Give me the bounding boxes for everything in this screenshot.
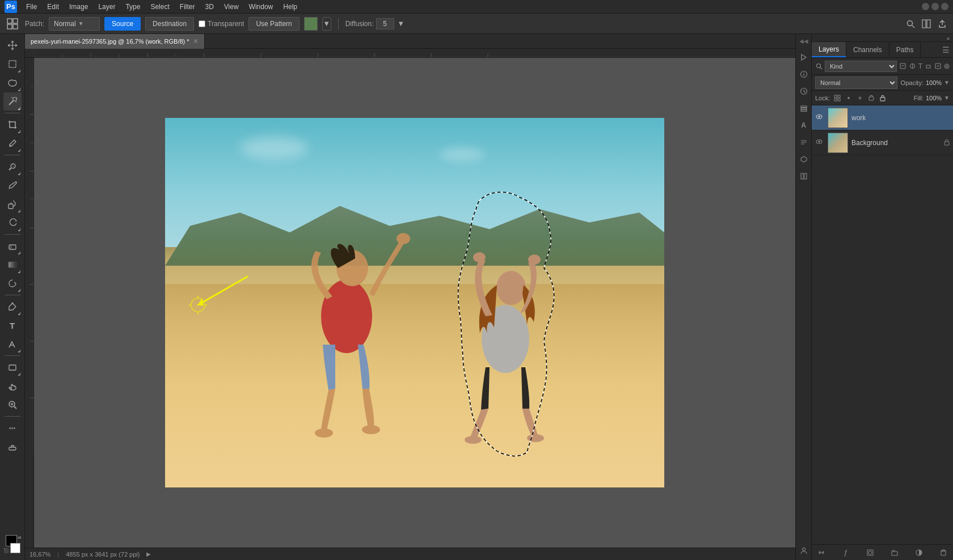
paths-tab[interactable]: Paths bbox=[889, 42, 921, 57]
menu-edit[interactable]: Edit bbox=[43, 2, 64, 12]
transparent-checkbox[interactable]: Transparent bbox=[199, 20, 244, 28]
menu-help[interactable]: Help bbox=[279, 2, 302, 12]
diffusion-input[interactable] bbox=[376, 18, 394, 29]
filter-adjust-icon[interactable] bbox=[909, 62, 916, 70]
filter-shape-icon[interactable] bbox=[925, 62, 932, 70]
menu-window[interactable]: Window bbox=[244, 2, 278, 12]
delete-layer-button[interactable] bbox=[937, 546, 950, 559]
hand-tool[interactable] bbox=[3, 377, 22, 395]
use-pattern-button[interactable]: Use Pattern bbox=[248, 17, 299, 31]
create-group-button[interactable] bbox=[888, 546, 901, 559]
eyedropper-tool[interactable]: ▾ bbox=[3, 134, 22, 152]
gradient-tool[interactable]: ▾ bbox=[3, 256, 22, 274]
lock-transparent-icon[interactable] bbox=[833, 94, 841, 102]
status-arrow[interactable]: ▶ bbox=[146, 551, 151, 557]
svg-rect-95 bbox=[880, 97, 885, 101]
document-canvas[interactable] bbox=[165, 118, 664, 487]
default-colors-icon[interactable]: ⬛ bbox=[3, 548, 9, 553]
fill-value[interactable]: 100% bbox=[926, 95, 942, 101]
crop-tool[interactable]: ▾ bbox=[3, 116, 22, 134]
blend-mode-select[interactable]: Normal bbox=[815, 77, 897, 89]
panel-3d-icon[interactable] bbox=[798, 153, 810, 166]
link-layers-button[interactable] bbox=[815, 546, 828, 559]
fill-dropdown-icon[interactable]: ▼ bbox=[944, 95, 950, 101]
create-adjustment-button[interactable] bbox=[913, 546, 925, 559]
normal-dropdown[interactable]: Normal ▼ bbox=[49, 17, 100, 31]
panel-info-icon[interactable] bbox=[798, 68, 810, 80]
healing-tool[interactable]: ▾ bbox=[3, 158, 22, 176]
pattern-dropdown-icon[interactable]: ▼ bbox=[322, 17, 331, 31]
filter-toggle-circle[interactable] bbox=[944, 63, 950, 69]
zoom-tool[interactable] bbox=[3, 396, 22, 414]
document-tab[interactable]: pexels-yuri-manei-2597365.jpg @ 16,7% (w… bbox=[25, 34, 205, 49]
menu-file[interactable]: File bbox=[22, 2, 41, 12]
collapse-panel-icon[interactable]: ▲ bbox=[946, 35, 951, 41]
lock-position-icon[interactable] bbox=[856, 94, 864, 102]
layers-tab[interactable]: Layers bbox=[812, 42, 846, 57]
opacity-value[interactable]: 100% bbox=[926, 79, 942, 86]
marquee-tool[interactable]: ▾ bbox=[3, 55, 22, 73]
swap-colors-icon[interactable]: ⇄ bbox=[18, 535, 22, 540]
source-button[interactable]: Source bbox=[104, 17, 141, 31]
menu-filter[interactable]: Filter bbox=[175, 2, 200, 12]
layer-visibility-background[interactable] bbox=[815, 138, 824, 147]
clone-stamp-tool[interactable]: ▾ bbox=[3, 195, 22, 213]
maximize-button[interactable] bbox=[931, 3, 939, 10]
lock-all-icon[interactable] bbox=[879, 94, 887, 102]
panel-layers-small-icon[interactable] bbox=[798, 102, 810, 114]
panel-para-icon[interactable] bbox=[798, 136, 810, 149]
pattern-swatch[interactable] bbox=[304, 17, 318, 31]
close-tab-icon[interactable]: ✕ bbox=[193, 37, 199, 45]
hand-tool-bottom[interactable] bbox=[3, 438, 22, 456]
minimize-button[interactable] bbox=[922, 3, 929, 10]
text-tool[interactable]: T bbox=[3, 316, 22, 334]
eraser-tool[interactable]: ▾ bbox=[3, 237, 22, 255]
background-color[interactable] bbox=[10, 543, 20, 553]
lasso-tool[interactable]: ▾ bbox=[3, 74, 22, 92]
panel-libraries-icon[interactable] bbox=[798, 170, 810, 183]
add-style-button[interactable]: ƒ bbox=[840, 546, 852, 559]
canvas-area[interactable] bbox=[34, 58, 795, 548]
history-brush-tool[interactable]: ▾ bbox=[3, 214, 22, 232]
panel-adjust-icon[interactable] bbox=[798, 85, 810, 97]
share-icon[interactable] bbox=[936, 18, 948, 30]
move-tool[interactable] bbox=[3, 36, 22, 54]
panel-people-icon[interactable] bbox=[798, 544, 810, 557]
pen-tool[interactable]: ▾ bbox=[3, 298, 22, 316]
filter-smart-icon[interactable] bbox=[934, 62, 942, 70]
more-tools[interactable]: ••• bbox=[3, 419, 22, 437]
magic-wand-tool[interactable]: ▾ bbox=[3, 92, 22, 111]
menu-select[interactable]: Select bbox=[146, 2, 174, 12]
layer-visibility-work[interactable] bbox=[815, 113, 824, 122]
svg-point-57 bbox=[362, 425, 380, 434]
kind-select[interactable]: Kind bbox=[825, 61, 897, 72]
layer-item-work[interactable]: work bbox=[812, 105, 953, 130]
lock-artboard-icon[interactable] bbox=[867, 94, 875, 102]
layer-item-background[interactable]: Background bbox=[812, 130, 953, 155]
filter-text-icon[interactable]: T bbox=[918, 62, 922, 70]
collapse-panels-icon[interactable]: ◀◀ bbox=[799, 38, 808, 44]
panel-play-icon[interactable] bbox=[798, 51, 810, 63]
filter-pixel-icon[interactable] bbox=[899, 62, 906, 70]
add-mask-button[interactable] bbox=[864, 546, 876, 559]
search-top-icon[interactable] bbox=[904, 18, 917, 30]
transparent-input[interactable] bbox=[199, 20, 205, 27]
opacity-dropdown-icon[interactable]: ▼ bbox=[944, 79, 950, 86]
menu-view[interactable]: View bbox=[220, 2, 243, 12]
menu-type[interactable]: Type bbox=[121, 2, 145, 12]
brush-tool[interactable] bbox=[3, 176, 22, 194]
panel-type-icon[interactable]: A bbox=[798, 119, 810, 131]
destination-button[interactable]: Destination bbox=[145, 17, 194, 31]
close-button[interactable] bbox=[941, 3, 948, 10]
shape-tool[interactable]: ▾ bbox=[3, 358, 22, 376]
diffusion-dropdown-icon[interactable]: ▼ bbox=[397, 17, 406, 31]
blur-tool[interactable]: ▾ bbox=[3, 274, 22, 292]
menu-3d[interactable]: 3D bbox=[200, 2, 218, 12]
channels-tab[interactable]: Channels bbox=[846, 42, 889, 57]
lock-image-icon[interactable] bbox=[845, 94, 853, 102]
panel-menu-icon[interactable]: ☰ bbox=[942, 45, 950, 54]
menu-image[interactable]: Image bbox=[65, 2, 92, 12]
menu-layer[interactable]: Layer bbox=[94, 2, 120, 12]
path-select-tool[interactable]: ▾ bbox=[3, 335, 22, 353]
layout-icon[interactable] bbox=[920, 18, 933, 30]
